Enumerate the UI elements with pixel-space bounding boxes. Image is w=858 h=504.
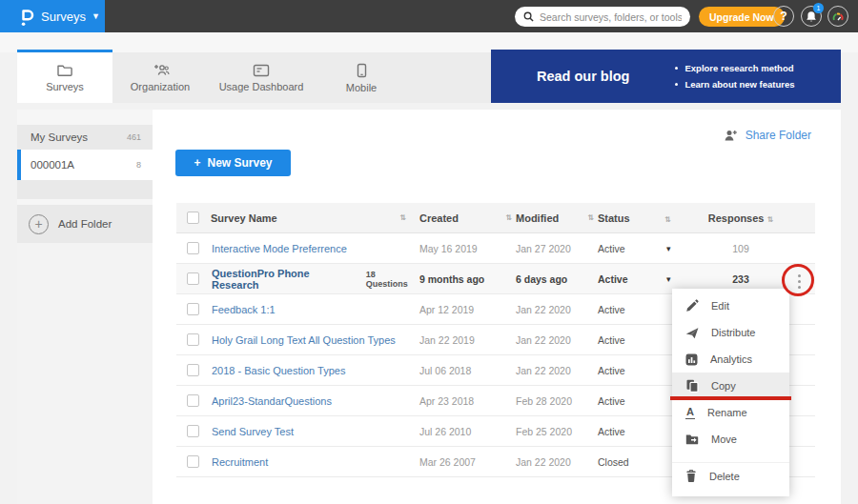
menu-item-copy[interactable]: Copy xyxy=(672,373,789,399)
banner-bullet-2: Learn about new features xyxy=(684,76,794,92)
person-add-icon xyxy=(722,129,738,142)
sort-icon[interactable]: ⇅ xyxy=(505,213,512,222)
modified-value: Jan 22 2020 xyxy=(516,365,598,376)
tab-organization[interactable]: Organization xyxy=(112,52,208,103)
dashboard-icon xyxy=(253,64,270,77)
row-checkbox[interactable] xyxy=(187,394,199,407)
survey-name-link[interactable]: Send Survey Test xyxy=(212,426,294,437)
survey-name-link[interactable]: April23-StandarQuestions xyxy=(212,395,332,407)
responses-value: 233 xyxy=(703,273,779,285)
modified-value: Jan 22 2020 xyxy=(516,456,598,468)
survey-name-link[interactable]: Recruitment xyxy=(212,456,268,468)
row-checkbox[interactable] xyxy=(187,364,199,376)
status-dropdown-caret[interactable]: ▾ xyxy=(664,244,703,253)
blog-banner[interactable]: Read our blog Explore research method Le… xyxy=(491,50,841,103)
row-checkbox[interactable] xyxy=(187,425,199,437)
created-value: 9 months ago xyxy=(419,273,516,285)
menu-item-distribute-label: Distribute xyxy=(711,327,755,338)
row-checkbox[interactable] xyxy=(187,333,199,346)
folder-label: 000001A xyxy=(31,159,74,171)
survey-name-link[interactable]: 2018 - Basic Question Types xyxy=(212,365,345,376)
status-value: Active xyxy=(598,365,664,376)
question-mark-icon: ? xyxy=(780,10,786,23)
created-value: May 16 2019 xyxy=(419,243,516,254)
survey-name-link[interactable]: Interactive Mode Preferrence xyxy=(212,243,347,254)
plus-circle-icon: + xyxy=(29,214,49,234)
menu-item-move[interactable]: Move xyxy=(672,426,789,453)
column-modified: Modified xyxy=(516,212,559,224)
module-tabs: Surveys Organization Usage Dashboard xyxy=(17,52,491,103)
modified-value: Jan 22 2020 xyxy=(516,334,598,346)
product-switcher[interactable]: Surveys ▼ xyxy=(0,0,105,32)
top-bar: Surveys ▼ Upgrade Now ? 1 xyxy=(0,0,858,32)
survey-name-link[interactable]: Feedback 1:1 xyxy=(212,304,276,315)
global-search xyxy=(515,7,690,27)
folder-icon xyxy=(56,63,73,77)
created-value: Mar 26 2007 xyxy=(419,456,516,468)
search-icon xyxy=(523,11,534,22)
share-folder-label: Share Folder xyxy=(746,129,811,142)
paper-plane-icon xyxy=(685,327,699,339)
sidebar-item-folder-000001A[interactable]: 000001A 8 xyxy=(17,150,153,180)
usage-gauge-button[interactable] xyxy=(827,6,848,27)
status-dropdown-caret[interactable]: ▾ xyxy=(664,274,703,284)
surveys-content: + New Survey Share Folder Survey Name ⇅ xyxy=(153,110,841,504)
menu-item-distribute[interactable]: Distribute xyxy=(672,319,789,346)
row-checkbox[interactable] xyxy=(187,455,199,468)
menu-item-move-label: Move xyxy=(711,433,737,445)
created-value: Apr 23 2018 xyxy=(419,395,516,407)
menu-item-edit[interactable]: Edit xyxy=(672,292,789,319)
status-value: Closed xyxy=(598,456,664,468)
survey-name-link[interactable]: Holy Grail Long Text All Question Types xyxy=(212,334,396,346)
upgrade-now-button[interactable]: Upgrade Now xyxy=(699,7,785,27)
sidebar-lower-area xyxy=(17,243,153,504)
row-checkbox[interactable] xyxy=(187,303,199,315)
folder-move-icon xyxy=(685,433,699,445)
product-name: Surveys xyxy=(41,10,86,24)
sort-icon[interactable]: ⇅ xyxy=(664,215,671,224)
trash-icon xyxy=(685,470,697,483)
share-folder-link[interactable]: Share Folder xyxy=(722,129,811,142)
column-responses: Responses xyxy=(708,212,765,224)
status-value: Active xyxy=(598,334,664,346)
mobile-phone-icon xyxy=(357,63,367,78)
questionpro-logo-icon xyxy=(19,7,35,27)
gauge-icon xyxy=(831,10,845,23)
add-folder-button[interactable]: + Add Folder xyxy=(17,205,153,243)
new-survey-button[interactable]: + New Survey xyxy=(175,150,291,176)
tab-surveys-label: Surveys xyxy=(46,81,84,92)
menu-item-analytics[interactable]: Analytics xyxy=(672,346,789,373)
sort-icon[interactable]: ⇅ xyxy=(767,215,774,224)
sidebar-spacer xyxy=(17,180,153,199)
chevron-down-icon: ▼ xyxy=(92,11,100,21)
search-input[interactable] xyxy=(540,11,682,23)
organization-icon xyxy=(152,63,170,77)
banner-bullet-1: Explore research method xyxy=(684,60,793,76)
responses-value: 109 xyxy=(703,243,779,254)
row-context-menu: Edit Distribute xyxy=(672,289,789,496)
column-survey-name: Survey Name xyxy=(211,212,277,224)
modified-value: Jan 27 2020 xyxy=(516,243,598,254)
menu-item-rename[interactable]: A Rename xyxy=(672,399,789,426)
select-all-checkbox[interactable] xyxy=(187,212,199,224)
created-value: Apr 12 2019 xyxy=(419,304,516,315)
question-count-badge: 18 Questions xyxy=(366,270,419,289)
status-value: Active xyxy=(598,273,664,285)
tab-mobile[interactable]: Mobile xyxy=(315,52,408,103)
modified-value: Jan 22 2020 xyxy=(516,304,598,315)
modified-value: 6 days ago xyxy=(516,273,598,285)
sort-icon[interactable]: ⇅ xyxy=(587,213,594,222)
help-button[interactable]: ? xyxy=(773,6,794,27)
tab-mobile-label: Mobile xyxy=(346,82,377,93)
menu-item-analytics-label: Analytics xyxy=(710,353,752,365)
tab-organization-label: Organization xyxy=(131,81,190,92)
tabstrip-filler xyxy=(408,52,491,103)
row-checkbox[interactable] xyxy=(187,272,199,285)
menu-item-delete[interactable]: Delete xyxy=(672,462,789,489)
tab-surveys[interactable]: Surveys xyxy=(17,50,112,103)
sort-icon[interactable]: ⇅ xyxy=(399,213,406,222)
tab-usage-dashboard[interactable]: Usage Dashboard xyxy=(208,52,315,103)
row-checkbox[interactable] xyxy=(187,242,199,254)
survey-name-link[interactable]: QuestionPro Phone Research xyxy=(212,268,359,291)
sidebar-item-my-surveys[interactable]: My Surveys 461 xyxy=(17,125,153,150)
